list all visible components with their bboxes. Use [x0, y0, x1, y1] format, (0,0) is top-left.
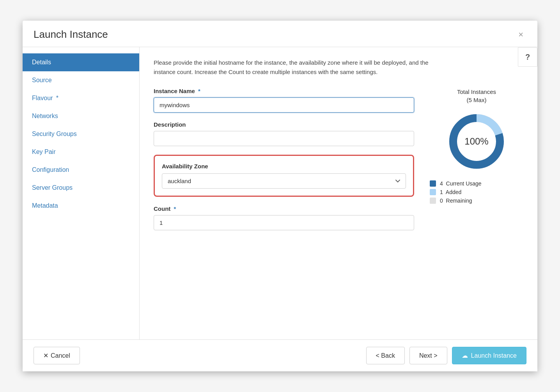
legend-item-added: 1 Added: [430, 189, 523, 195]
count-label: Count *: [154, 205, 414, 212]
count-input[interactable]: [154, 215, 414, 230]
count-required-star: *: [172, 205, 176, 212]
cancel-button[interactable]: ✕ Cancel: [34, 347, 80, 364]
content-row: Instance Name * Description Availability…: [154, 88, 523, 239]
legend-item-current: 4 Current Usage: [430, 180, 523, 187]
close-button[interactable]: ×: [515, 29, 526, 41]
legend-label-remaining: 0 Remaining: [440, 198, 472, 204]
next-button[interactable]: Next >: [409, 347, 447, 364]
availability-zone-select[interactable]: auckland nova az1 az2: [162, 173, 406, 189]
sidebar-item-networks[interactable]: Networks: [23, 107, 139, 125]
sidebar-item-source[interactable]: Source: [23, 71, 139, 89]
chart-legend: 4 Current Usage 1 Added 0 Remaining: [430, 180, 523, 206]
modal-title: Launch Instance: [34, 28, 108, 41]
sidebar-item-metadata[interactable]: Metadata: [23, 197, 139, 215]
details-description: Please provide the initial hostname for …: [154, 58, 434, 77]
donut-percentage: 100%: [464, 136, 488, 147]
chart-title: Total Instances(5 Max): [457, 88, 496, 104]
launch-cloud-icon: ☁: [462, 352, 468, 359]
legend-label-current: 4 Current Usage: [440, 180, 482, 187]
launch-instance-button[interactable]: ☁ Launch Instance: [452, 347, 526, 364]
legend-color-remaining: [430, 198, 436, 204]
main-content: ? Please provide the initial hostname fo…: [140, 47, 537, 339]
sidebar-item-configuration[interactable]: Configuration: [23, 161, 139, 179]
back-button[interactable]: < Back: [366, 347, 405, 364]
launch-instance-modal: Launch Instance × DetailsSourceFlavour *…: [23, 21, 537, 371]
modal-footer: ✕ Cancel < Back Next > ☁ Launch Instance: [23, 339, 537, 371]
sidebar-required-star-flavour: *: [54, 95, 58, 101]
help-button[interactable]: ?: [518, 47, 537, 67]
modal-body: DetailsSourceFlavour *NetworksSecurity G…: [23, 47, 537, 339]
sidebar-item-key-pair[interactable]: Key Pair: [23, 143, 139, 161]
form-area: Instance Name * Description Availability…: [154, 88, 414, 239]
chart-area: Total Instances(5 Max) 100%: [430, 88, 523, 239]
sidebar-item-server-groups[interactable]: Server Groups: [23, 179, 139, 197]
count-group: Count *: [154, 205, 414, 230]
sidebar-item-security-groups[interactable]: Security Groups: [23, 125, 139, 143]
legend-color-added: [430, 189, 436, 195]
cancel-x-icon: ✕: [43, 352, 48, 359]
legend-color-current: [430, 180, 436, 187]
availability-zone-label: Availability Zone: [162, 163, 406, 170]
instance-name-input[interactable]: [154, 97, 414, 113]
legend-item-remaining: 0 Remaining: [430, 198, 523, 204]
footer-left: ✕ Cancel: [34, 347, 80, 364]
instance-name-group: Instance Name *: [154, 88, 414, 113]
description-group: Description: [154, 121, 414, 146]
availability-zone-section: Availability Zone auckland nova az1 az2: [154, 155, 414, 197]
donut-chart: 100%: [445, 110, 508, 173]
sidebar-item-flavour[interactable]: Flavour *: [23, 89, 139, 107]
modal-header: Launch Instance ×: [23, 21, 537, 47]
description-input[interactable]: [154, 131, 414, 146]
sidebar: DetailsSourceFlavour *NetworksSecurity G…: [23, 47, 140, 339]
legend-label-added: 1 Added: [440, 189, 461, 195]
footer-right: < Back Next > ☁ Launch Instance: [366, 347, 526, 364]
description-label: Description: [154, 121, 414, 128]
sidebar-item-details[interactable]: Details: [23, 53, 139, 71]
instance-name-label: Instance Name *: [154, 88, 414, 94]
required-star: *: [197, 88, 200, 94]
